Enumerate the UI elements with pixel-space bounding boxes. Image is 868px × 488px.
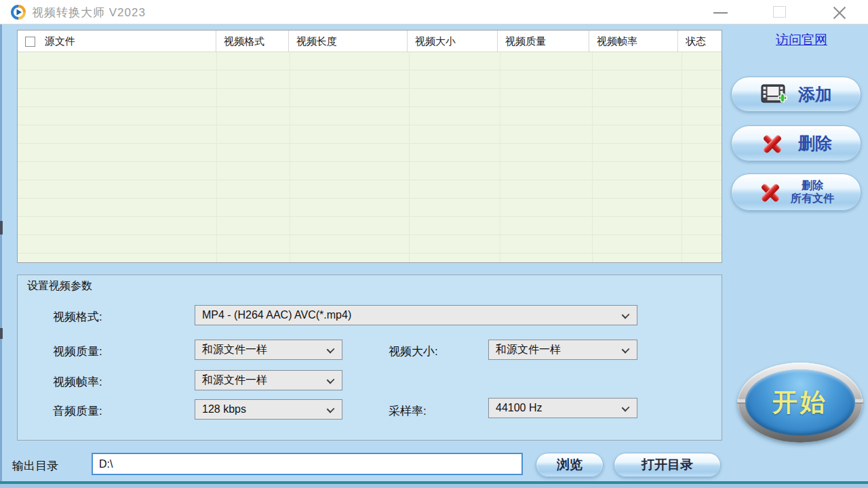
- video-format-label: 视频格式:: [53, 309, 102, 325]
- close-icon: [832, 5, 847, 20]
- output-dir-input[interactable]: [92, 453, 523, 475]
- file-list-header: 源文件 视频格式 视频长度 视频大小 视频质量 视频帧率 状态: [18, 30, 722, 52]
- column-label: 视频帧率: [597, 35, 637, 48]
- app-logo-icon: [10, 4, 26, 20]
- video-size-value: 和源文件一样: [496, 343, 561, 357]
- file-list-empty-area: [18, 52, 722, 262]
- file-list-table: 源文件 视频格式 视频长度 视频大小 视频质量 视频帧率 状态: [17, 30, 722, 263]
- video-format-value: MP4 - (H264 AAC) AVC(*.mp4): [202, 309, 351, 321]
- window-title: 视频转换大师 V2023: [32, 5, 146, 20]
- column-header-video-length: 视频长度: [289, 30, 408, 52]
- column-divider: [682, 52, 682, 262]
- column-divider: [290, 52, 290, 262]
- video-format-select[interactable]: MP4 - (H264 AAC) AVC(*.mp4): [195, 305, 637, 325]
- delete-x-icon: [760, 133, 785, 155]
- column-label: 视频质量: [505, 35, 546, 48]
- minimize-icon: [713, 12, 728, 14]
- frame-rate-label: 视频帧率:: [53, 374, 102, 390]
- add-button-label: 添加: [798, 83, 832, 106]
- close-button[interactable]: [824, 0, 855, 24]
- video-quality-select[interactable]: 和源文件一样: [195, 340, 342, 360]
- column-label: 状态: [686, 35, 706, 48]
- chevron-down-icon: [622, 311, 630, 319]
- delete-file-button[interactable]: 删除: [731, 125, 861, 161]
- audio-quality-value: 128 kbps: [202, 403, 246, 415]
- add-video-icon: [760, 83, 787, 106]
- start-ring-notch: [737, 399, 745, 403]
- audio-quality-label: 音频质量:: [53, 403, 102, 419]
- audio-quality-select[interactable]: 128 kbps: [195, 399, 342, 420]
- frame-rate-select[interactable]: 和源文件一样: [195, 370, 342, 390]
- select-all-checkbox[interactable]: [25, 37, 35, 47]
- column-label: 视频长度: [296, 35, 337, 48]
- delete-button-label: 删除: [798, 132, 832, 155]
- column-divider: [216, 52, 217, 262]
- delete-all-x-icon: [758, 182, 783, 203]
- chevron-down-icon: [327, 376, 335, 384]
- start-button-label: 开始: [772, 386, 828, 420]
- video-quality-label: 视频质量:: [53, 344, 102, 359]
- column-header-video-size: 视频大小: [408, 30, 498, 52]
- minimize-button[interactable]: [705, 0, 736, 24]
- sample-rate-label: 采样率:: [389, 403, 427, 419]
- chevron-down-icon: [622, 346, 630, 354]
- column-header-video-quality: 视频质量: [498, 30, 589, 52]
- start-ring-notch: [855, 399, 863, 403]
- browse-button[interactable]: 浏览: [536, 453, 604, 477]
- delete-all-label-line2: 所有文件: [791, 192, 834, 205]
- window-bottom-edge-shadow: [0, 484, 868, 488]
- chevron-down-icon: [622, 404, 630, 412]
- start-button[interactable]: 开始: [738, 363, 863, 443]
- column-header-source-file: 源文件: [18, 30, 216, 52]
- column-label: 视频大小: [415, 35, 456, 48]
- titlebar: 视频转换大师 V2023: [0, 0, 868, 24]
- chevron-down-icon: [327, 346, 335, 354]
- official-site-link[interactable]: 访问官网: [757, 31, 846, 49]
- column-header-status: 状态: [678, 30, 722, 52]
- sample-rate-value: 44100 Hz: [496, 402, 542, 414]
- video-size-select[interactable]: 和源文件一样: [488, 340, 637, 360]
- sample-rate-select[interactable]: 44100 Hz: [488, 398, 637, 418]
- chevron-down-icon: [327, 405, 335, 413]
- column-label: 视频格式: [224, 35, 264, 48]
- column-divider: [409, 52, 410, 262]
- column-divider: [592, 52, 593, 262]
- column-header-video-framerate: 视频帧率: [589, 30, 678, 52]
- start-button-face: 开始: [745, 369, 855, 436]
- screen-edge-artifact: [0, 221, 3, 235]
- output-dir-label: 输出目录: [12, 458, 58, 474]
- column-divider: [500, 52, 500, 262]
- column-header-video-format: 视频格式: [216, 30, 289, 52]
- delete-all-label-line1: 删除: [791, 180, 834, 192]
- delete-all-files-button[interactable]: 删除 所有文件: [731, 174, 861, 211]
- maximize-icon: [773, 6, 786, 18]
- video-quality-value: 和源文件一样: [202, 343, 267, 357]
- screen-edge-artifact: [0, 328, 3, 339]
- column-label: 源文件: [45, 35, 75, 48]
- add-file-button[interactable]: 添加: [731, 77, 861, 112]
- maximize-button[interactable]: [764, 0, 795, 24]
- open-directory-button[interactable]: 打开目录: [614, 453, 721, 477]
- window-left-edge: [0, 24, 2, 481]
- video-size-label: 视频大小:: [389, 344, 438, 359]
- settings-group-title: 设置视频参数: [27, 279, 92, 293]
- frame-rate-value: 和源文件一样: [202, 373, 267, 388]
